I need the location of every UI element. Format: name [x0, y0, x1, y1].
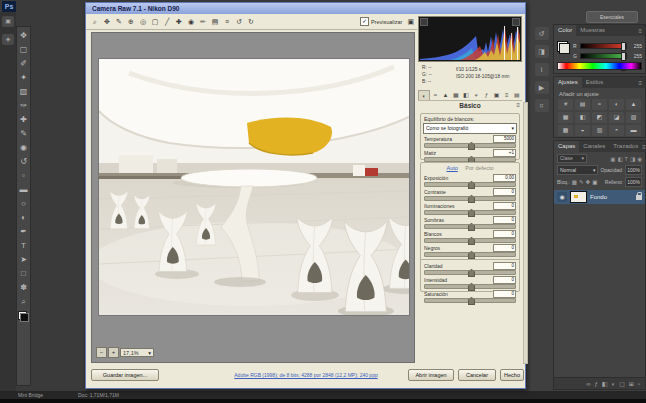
tab-swatches[interactable]: Muestras: [576, 25, 609, 36]
filter-type-icon[interactable]: T: [625, 156, 628, 162]
open-image-button[interactable]: Abrir imagen: [408, 369, 454, 381]
history-panel-icon[interactable]: ↺: [535, 27, 549, 40]
cr-graduated-filter-tool-icon[interactable]: ▤: [209, 16, 221, 28]
zoom-in-button[interactable]: +: [108, 347, 119, 358]
path-selection-tool-icon[interactable]: ➤: [20, 253, 27, 267]
eyedropper-tool-icon[interactable]: ✑: [20, 99, 27, 113]
tab-layers[interactable]: Capas: [554, 141, 579, 152]
quick-selection-tool-icon[interactable]: ✦: [20, 71, 27, 85]
save-image-button[interactable]: Guardar imagen...: [91, 369, 159, 381]
workspace-switcher-button[interactable]: Esenciales: [586, 11, 638, 23]
blur-tool-icon[interactable]: ○: [21, 197, 26, 211]
new-layer-icon[interactable]: ⊞: [629, 380, 634, 387]
channel-slider-thumb[interactable]: [621, 42, 626, 51]
cr-tab-hsl-icon[interactable]: ▦: [451, 90, 461, 100]
curves-icon[interactable]: ≈: [592, 99, 607, 110]
layer-visibility-eye-icon[interactable]: ◉: [557, 192, 567, 202]
slider-track[interactable]: [424, 252, 516, 257]
channel-value-input[interactable]: 255: [629, 43, 642, 49]
cr-tab-effects-icon[interactable]: ƒ: [481, 90, 491, 100]
camera-icon[interactable]: ◈: [2, 34, 14, 45]
brush-tool-icon[interactable]: ✎: [20, 127, 27, 141]
channel-slider[interactable]: [580, 53, 627, 59]
photo-filter-icon[interactable]: ◪: [609, 112, 624, 123]
photo-preview[interactable]: [99, 59, 409, 315]
filter-shape-icon[interactable]: ◨: [630, 156, 635, 162]
crop-tool-icon[interactable]: ▧: [20, 85, 28, 99]
threshold-icon[interactable]: ◓: [609, 125, 624, 136]
cr-targeted-adjustment-tool-icon[interactable]: ◎: [137, 16, 149, 28]
opacity-value-input[interactable]: 100%: [625, 165, 642, 175]
healing-brush-tool-icon[interactable]: ✚: [20, 113, 27, 127]
hand-tool-icon[interactable]: ✽: [20, 281, 27, 295]
slider-value-input[interactable]: 0: [493, 188, 516, 196]
panel-menu-icon[interactable]: ≡: [638, 28, 645, 34]
cr-rotate-left-icon[interactable]: ↺: [233, 16, 245, 28]
cr-tab-snapshots-icon[interactable]: ▤: [512, 90, 522, 100]
lock-all-icon[interactable]: ▣: [592, 179, 597, 185]
cr-zoom-tool-icon[interactable]: ⌕: [89, 16, 101, 28]
cr-spot-removal-tool-icon[interactable]: ✚: [173, 16, 185, 28]
cr-tab-lens-corrections-icon[interactable]: ⌖: [471, 90, 481, 100]
cr-tab-camera-calibration-icon[interactable]: ▣: [491, 90, 501, 100]
history-brush-tool-icon[interactable]: ↺: [20, 155, 27, 169]
panel-menu-icon[interactable]: ≡: [638, 80, 645, 86]
workflow-options-link[interactable]: Adobe RGB (1998); de 8 bits; 4288 por 28…: [204, 372, 408, 378]
slider-value-input[interactable]: +1: [493, 149, 516, 157]
slider-track[interactable]: [424, 238, 516, 243]
channel-slider-thumb[interactable]: [621, 52, 626, 61]
cr-tab-detail-icon[interactable]: ▲: [440, 90, 450, 100]
slider-track[interactable]: [424, 224, 516, 229]
type-tool-icon[interactable]: T: [21, 239, 26, 253]
dodge-tool-icon[interactable]: ◐: [21, 211, 26, 225]
slider-value-input[interactable]: 0: [493, 290, 516, 298]
cr-white-balance-tool-icon[interactable]: ✎: [113, 16, 125, 28]
exposure-icon[interactable]: ◐: [609, 99, 624, 110]
marquee-tool-icon[interactable]: ▢: [20, 43, 28, 57]
zoom-out-button[interactable]: −: [96, 347, 107, 358]
cr-tab-presets-icon[interactable]: ≡: [502, 90, 512, 100]
cr-rotate-right-icon[interactable]: ↻: [245, 16, 257, 28]
slider-value-input[interactable]: 0,00: [493, 174, 516, 182]
slider-thumb[interactable]: [468, 297, 475, 305]
slider-thumb[interactable]: [468, 209, 475, 217]
lock-paint-icon[interactable]: ✎: [579, 179, 584, 185]
slider-track[interactable]: [424, 182, 516, 187]
layer-thumbnail[interactable]: [570, 191, 587, 203]
panel-scrollbar[interactable]: [523, 102, 528, 364]
link-layers-icon[interactable]: ∞: [586, 381, 590, 387]
layer-filter-dropdown[interactable]: Clase ▾: [557, 154, 587, 163]
color-swatch-pair[interactable]: [557, 41, 570, 54]
tab-color[interactable]: Color: [554, 25, 576, 36]
preview-checkbox[interactable]: ✓: [360, 17, 369, 26]
cr-crop-tool-icon[interactable]: ▢: [149, 16, 161, 28]
actions-panel-icon[interactable]: ▶: [535, 81, 549, 94]
tab-adjustments[interactable]: Ajustes: [554, 77, 582, 88]
cr-hand-tool-icon[interactable]: ✥: [101, 16, 113, 28]
posterize-icon[interactable]: ▥: [592, 125, 607, 136]
slider-track[interactable]: [424, 210, 516, 215]
slider-thumb[interactable]: [468, 269, 475, 277]
cr-tab-split-toning-icon[interactable]: ◧: [461, 90, 471, 100]
slider-value-input[interactable]: 0: [493, 216, 516, 224]
new-adjustment-icon[interactable]: ◐: [612, 381, 616, 387]
fullscreen-toggle-icon[interactable]: ▣: [407, 18, 414, 26]
slider-value-input[interactable]: 0: [493, 276, 516, 284]
slider-thumb[interactable]: [468, 283, 475, 291]
tab-styles[interactable]: Estilos: [582, 77, 608, 88]
tab-channels[interactable]: Canales: [579, 141, 609, 152]
auto-link[interactable]: Auto: [447, 165, 458, 171]
levels-icon[interactable]: ▤: [575, 99, 590, 110]
cr-tab-basic-icon[interactable]: ◐: [418, 90, 430, 100]
add-mask-icon[interactable]: ◧: [602, 380, 608, 387]
gradient-tool-icon[interactable]: ▬: [20, 183, 28, 197]
filter-adjustment-icon[interactable]: ◧: [617, 156, 622, 162]
eraser-tool-icon[interactable]: ▫: [22, 169, 25, 183]
gradient-map-icon[interactable]: ▬: [626, 125, 641, 136]
slider-track[interactable]: [424, 298, 516, 303]
slider-value-input[interactable]: 0: [493, 262, 516, 270]
shape-tool-icon[interactable]: □: [21, 267, 26, 281]
lock-move-icon[interactable]: ✥: [586, 179, 591, 185]
blend-mode-dropdown[interactable]: Normal ▾: [557, 165, 598, 175]
slider-thumb[interactable]: [468, 142, 475, 150]
